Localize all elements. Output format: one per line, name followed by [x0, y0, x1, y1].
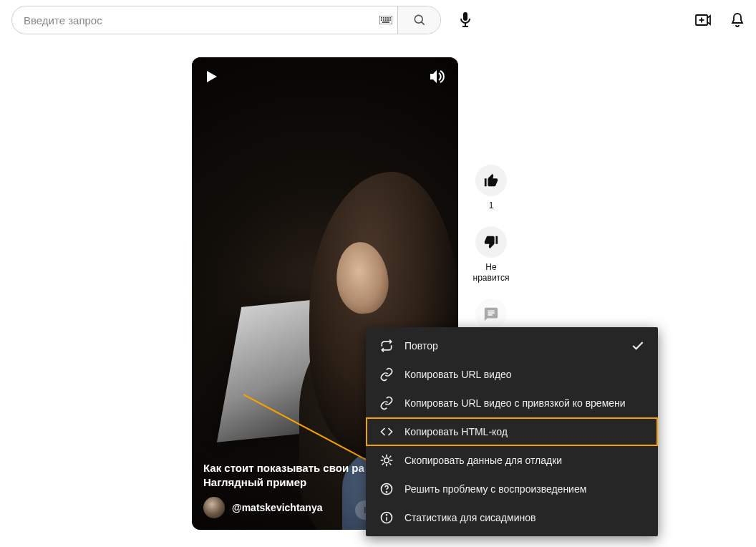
video-title-line2: Наглядный пример — [203, 476, 306, 488]
ctx-item-copy-html[interactable]: Копировать HTML-код — [366, 417, 658, 446]
svg-rect-1 — [381, 17, 382, 19]
svg-line-13 — [421, 22, 424, 25]
video-title-line1: Как стоит показывать свои ра — [203, 462, 364, 474]
volume-icon[interactable] — [428, 69, 445, 84]
comments-button[interactable] — [475, 299, 507, 330]
notifications-icon[interactable] — [729, 11, 746, 29]
search-input[interactable] — [12, 6, 374, 34]
svg-line-27 — [382, 463, 384, 465]
svg-rect-9 — [387, 19, 389, 21]
create-icon[interactable] — [694, 11, 712, 29]
play-icon[interactable] — [203, 69, 219, 84]
author-handle[interactable]: @matskevichtanya — [232, 502, 323, 513]
video-author[interactable]: @matskevichtanya — [203, 497, 323, 518]
svg-rect-2 — [383, 17, 384, 19]
ctx-item-label: Копировать URL видео с привязкой ко врем… — [404, 397, 626, 409]
svg-rect-4 — [387, 17, 389, 19]
like-action: 1 — [470, 165, 513, 212]
link-icon — [379, 396, 394, 410]
svg-rect-8 — [385, 19, 387, 21]
ctx-item-copy-url[interactable]: Копировать URL видео — [366, 360, 658, 389]
svg-line-25 — [382, 456, 384, 458]
loop-icon — [379, 339, 394, 353]
link-icon — [379, 367, 394, 382]
svg-line-26 — [389, 463, 392, 465]
context-menu: Повтор Копировать URL видео Копировать U… — [366, 327, 658, 536]
ctx-item-label: Копировать URL видео — [404, 369, 512, 380]
svg-point-12 — [415, 15, 422, 23]
like-button[interactable] — [475, 165, 507, 196]
svg-point-20 — [384, 458, 389, 463]
ctx-item-stats[interactable]: Статистика для сисадминов — [366, 503, 658, 532]
help-icon — [379, 482, 394, 496]
dislike-action: Не нравится — [470, 226, 513, 284]
dislike-label: Не нравится — [470, 262, 513, 284]
ctx-item-label: Повтор — [404, 340, 438, 352]
svg-point-33 — [387, 515, 387, 515]
svg-rect-7 — [383, 19, 384, 21]
svg-rect-3 — [385, 17, 387, 19]
svg-rect-11 — [382, 21, 389, 23]
info-icon — [379, 510, 394, 525]
svg-rect-10 — [389, 19, 391, 21]
ctx-item-label: Копировать HTML-код — [404, 426, 508, 437]
top-bar — [0, 6, 756, 34]
ctx-item-copy-url-time[interactable]: Копировать URL видео с привязкой ко врем… — [366, 389, 658, 417]
svg-rect-14 — [463, 12, 467, 21]
voice-search-icon[interactable] — [457, 11, 474, 29]
svg-point-30 — [387, 492, 387, 493]
svg-rect-6 — [381, 19, 382, 21]
search-button[interactable] — [397, 6, 440, 34]
check-icon — [631, 339, 645, 353]
code-icon — [379, 425, 394, 439]
keyboard-icon[interactable] — [374, 16, 397, 24]
ctx-item-label: Статистика для сисадминов — [404, 512, 536, 523]
ctx-item-label: Скопировать данные для отладки — [404, 455, 562, 466]
ctx-item-loop[interactable]: Повтор — [366, 331, 658, 360]
avatar[interactable] — [203, 497, 225, 518]
like-count: 1 — [470, 200, 513, 212]
ctx-item-label: Решить проблему с воспроизведением — [404, 483, 586, 495]
search-box — [11, 6, 441, 34]
ctx-item-troubleshoot[interactable]: Решить проблему с воспроизведением — [366, 475, 658, 503]
bug-icon — [379, 453, 394, 468]
ctx-item-debug[interactable]: Скопировать данные для отладки — [366, 446, 658, 475]
svg-line-28 — [389, 456, 392, 458]
header-right-icons — [694, 11, 746, 29]
svg-rect-5 — [389, 17, 391, 19]
dislike-button[interactable] — [475, 226, 507, 258]
